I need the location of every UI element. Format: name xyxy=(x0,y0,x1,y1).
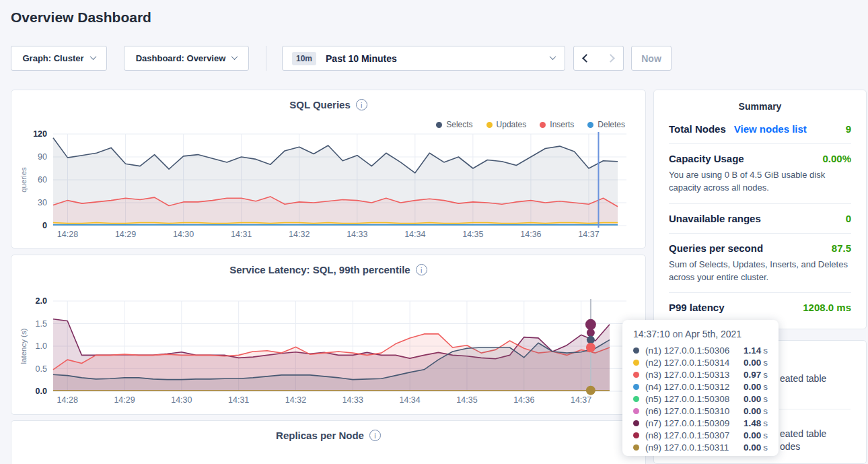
svg-text:90: 90 xyxy=(38,152,47,162)
series-dot-icon xyxy=(633,432,639,438)
svg-text:14:33: 14:33 xyxy=(342,395,363,405)
chevron-right-icon xyxy=(606,54,615,63)
series-dot-icon xyxy=(633,408,639,414)
time-range-dropdown[interactable]: 10m Past 10 Minutes xyxy=(282,46,565,71)
legend-item-inserts[interactable]: Inserts xyxy=(540,120,574,129)
summary-row: Total NodesView nodes list9 xyxy=(669,114,851,144)
svg-text:2.0: 2.0 xyxy=(36,296,47,306)
svg-text:14:34: 14:34 xyxy=(404,230,425,239)
svg-text:14:37: 14:37 xyxy=(578,230,599,239)
info-icon[interactable] xyxy=(356,99,367,110)
summary-row: Queries per second87.5Sum of Selects, Up… xyxy=(669,234,851,294)
svg-text:14:36: 14:36 xyxy=(513,395,534,405)
time-range-label: Past 10 Minutes xyxy=(326,53,397,64)
tooltip-row: (n2) 127.0.0.1:503140.00s xyxy=(633,356,768,368)
legend-item-deletes[interactable]: Deletes xyxy=(587,120,625,129)
service-latency-chart[interactable]: 0.00.51.01.52.014:2814:2914:3014:3114:32… xyxy=(11,255,645,414)
svg-text:14:29: 14:29 xyxy=(114,395,135,405)
chevron-down-icon xyxy=(89,53,96,60)
info-icon[interactable] xyxy=(369,430,381,441)
svg-text:14:32: 14:32 xyxy=(285,395,306,405)
legend-dot-icon xyxy=(540,122,546,128)
summary-value: 87.5 xyxy=(832,242,851,254)
svg-text:14:37: 14:37 xyxy=(571,395,591,405)
event-item-text: odes xyxy=(780,441,800,452)
tooltip-row: (n6) 127.0.0.1:503100.00s xyxy=(633,405,768,417)
chart-hover-tooltip: 14:37:10 on Apr 5th, 2021 (n1) 127.0.0.1… xyxy=(622,320,779,456)
svg-text:1.0: 1.0 xyxy=(36,341,47,351)
sql-queries-title: SQL Queries xyxy=(289,99,351,110)
summary-row: Capacity Usage0.00%You are using 0 B of … xyxy=(669,144,851,204)
svg-text:14:28: 14:28 xyxy=(57,395,78,405)
tooltip-row: (n1) 127.0.0.1:503061.14s xyxy=(633,344,768,356)
svg-text:30: 30 xyxy=(38,198,47,207)
info-icon[interactable] xyxy=(416,264,427,275)
tooltip-row: (n8) 127.0.0.1:503070.00s xyxy=(633,429,768,441)
svg-text:14:32: 14:32 xyxy=(289,230,310,239)
legend-dot-icon xyxy=(587,122,593,128)
series-dot-icon xyxy=(633,372,639,378)
svg-text:14:28: 14:28 xyxy=(57,230,78,239)
svg-text:14:33: 14:33 xyxy=(347,230,367,239)
series-dot-icon xyxy=(633,384,639,390)
now-button-label: Now xyxy=(641,53,661,64)
replicas-per-node-title: Replicas per Node xyxy=(276,430,364,441)
legend-dot-icon xyxy=(486,122,493,128)
summary-panel: Summary Total NodesView nodes list9Capac… xyxy=(653,90,867,329)
sql-queries-legend: SelectsUpdatesInsertsDeletes xyxy=(436,120,625,129)
chevron-left-icon xyxy=(582,54,591,63)
series-dot-icon xyxy=(633,444,639,451)
summary-title: Summary xyxy=(669,90,851,114)
svg-text:0: 0 xyxy=(42,221,47,230)
series-dot-icon xyxy=(633,396,639,402)
tooltip-row: (n9) 127.0.0.1:503110.00s xyxy=(633,441,768,453)
svg-text:14:29: 14:29 xyxy=(115,230,136,239)
svg-text:1.5: 1.5 xyxy=(36,319,47,329)
svg-text:14:31: 14:31 xyxy=(228,395,249,405)
summary-value: 9 xyxy=(846,123,851,135)
sql-queries-panel: SQL Queries SelectsUpdatesInsertsDeletes… xyxy=(11,90,646,248)
event-item-text: eated table xyxy=(780,373,826,384)
time-prev-button[interactable] xyxy=(573,46,599,71)
svg-text:0.0: 0.0 xyxy=(36,387,47,396)
summary-row: Unavailable ranges0 xyxy=(669,204,851,234)
svg-text:14:31: 14:31 xyxy=(231,230,252,239)
graph-dropdown-label: Graph: Cluster xyxy=(22,53,83,63)
controls-divider xyxy=(266,46,266,71)
summary-row: P99 latency1208.0 ms xyxy=(669,293,851,322)
tooltip-row: (n3) 127.0.0.1:503130.97s xyxy=(633,368,768,380)
summary-value: 0.00% xyxy=(822,153,851,164)
graph-dropdown[interactable]: Graph: Cluster xyxy=(11,46,107,71)
service-latency-panel: Service Latency: SQL, 99th percentile 0.… xyxy=(11,255,646,415)
summary-value: 1208.0 ms xyxy=(803,302,851,313)
series-dot-icon xyxy=(633,347,639,354)
time-next-button[interactable] xyxy=(598,46,624,71)
legend-item-selects[interactable]: Selects xyxy=(436,120,472,129)
tooltip-row: (n5) 127.0.0.1:503080.00s xyxy=(633,393,768,405)
svg-text:120: 120 xyxy=(33,129,47,139)
sql-queries-chart[interactable]: 030609012014:2814:2914:3014:3114:3214:33… xyxy=(11,90,645,248)
svg-text:14:35: 14:35 xyxy=(456,395,477,405)
page-title: Overview Dashboard xyxy=(11,9,151,26)
tooltip-row: (n7) 127.0.0.1:503091.48s xyxy=(633,417,768,429)
tooltip-timestamp: 14:37:10 on Apr 5th, 2021 xyxy=(633,329,768,339)
tooltip-row: (n4) 127.0.0.1:503120.00s xyxy=(633,380,768,393)
svg-text:latency (s): latency (s) xyxy=(20,328,28,364)
svg-text:queries: queries xyxy=(20,167,28,193)
now-button[interactable]: Now xyxy=(631,46,672,71)
dashboard-dropdown[interactable]: Dashboard: Overview xyxy=(124,46,249,71)
svg-text:14:30: 14:30 xyxy=(173,230,194,239)
events-divider xyxy=(779,409,851,409)
svg-text:60: 60 xyxy=(38,175,47,185)
chevron-down-icon xyxy=(231,53,238,60)
summary-value: 0 xyxy=(846,213,851,224)
series-dot-icon xyxy=(633,420,639,426)
svg-text:0.5: 0.5 xyxy=(36,364,47,374)
chevron-down-icon xyxy=(550,53,556,60)
replicas-per-node-panel: Replicas per Node xyxy=(11,420,646,464)
legend-item-updates[interactable]: Updates xyxy=(486,120,527,129)
view-nodes-list-link[interactable]: View nodes list xyxy=(734,123,807,135)
event-item-text: eated table xyxy=(780,428,826,439)
legend-dot-icon xyxy=(436,122,442,128)
series-dot-icon xyxy=(633,360,639,366)
